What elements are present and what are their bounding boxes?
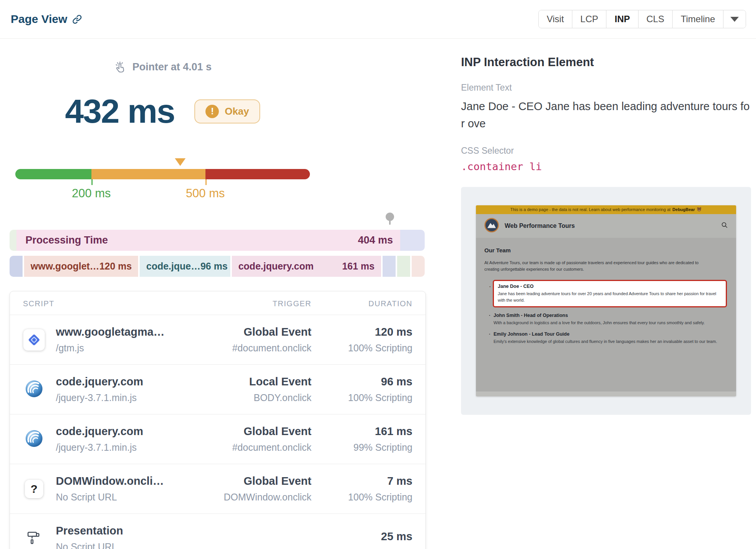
gauge-bar (15, 169, 310, 179)
trigger-target: DOMWindow.onclick (185, 492, 311, 503)
site-footer (476, 391, 736, 396)
column-header-trigger: TRIGGER (185, 299, 311, 308)
script-name: DOMWindow.oncli… (56, 475, 164, 487)
rating-badge: ! Okay (194, 99, 260, 123)
team-member-name: Emily Johnson - Lead Tour Guide (494, 331, 728, 337)
script-path: No Script URL (56, 541, 123, 549)
processing-bar-tail-segment (400, 230, 425, 251)
breakdown-segment-jquery-local[interactable]: code.jque… 96 ms (140, 256, 230, 277)
team-item: John Smith - Head of Operations With a b… (489, 313, 728, 326)
search-icon (721, 222, 728, 230)
bear-icon (697, 207, 702, 213)
trigger-type: Global Event (185, 425, 311, 438)
inp-metric-block: Pointer at 4.01 s 432 ms ! Okay (15, 61, 310, 203)
table-row[interactable]: code.jquery.com /jquery-3.7.1.min.js Loc… (10, 364, 425, 414)
duration-value: 96 ms (311, 375, 412, 388)
team-member-bio: Emily's extensive knowledge of global cu… (494, 338, 728, 345)
interaction-type-row: Pointer at 4.01 s (114, 61, 212, 73)
team-item: Emily Johnson - Lead Tour Guide Emily's … (489, 331, 728, 345)
table-row[interactable]: ? DOMWindow.oncli… No Script URL Global … (10, 464, 425, 513)
script-breakdown-bar: www.googlet… 120 ms code.jque… 96 ms cod… (10, 256, 425, 277)
gauge-good-segment (15, 169, 91, 179)
column-header-script: SCRIPT (23, 299, 185, 308)
duration-value: 7 ms (311, 475, 412, 487)
google-tag-manager-icon (23, 329, 45, 351)
gauge-label-poor: 500 ms (186, 187, 225, 200)
trigger-type: Local Event (185, 375, 311, 388)
gauge-poor-segment (205, 169, 310, 179)
rating-label: Okay (225, 106, 249, 117)
jquery-icon (25, 380, 43, 399)
inp-value-row: 432 ms ! Okay (15, 92, 310, 131)
css-selector-label: CSS Selector (461, 146, 751, 156)
site-title: Web Performance Tours (505, 223, 715, 229)
gauge-label-good: 200 ms (72, 187, 111, 200)
processing-bar-lead-segment (10, 230, 16, 251)
timeline-pin-icon (386, 213, 394, 225)
script-name: code.jquery.com (56, 425, 143, 438)
trigger-type: Global Event (185, 326, 311, 338)
column-header-duration: DURATION (311, 299, 412, 308)
tab-visit[interactable]: Visit (539, 10, 572, 28)
demo-banner: This is a demo page - the data is not re… (476, 205, 736, 214)
script-path: No Script URL (56, 492, 164, 503)
script-path: /jquery-3.7.1.min.js (56, 392, 143, 403)
duration-breakdown: 99% Scripting (311, 442, 412, 453)
duration-value: 25 ms (311, 530, 412, 543)
team-member-bio: With a background in logistics and a lov… (494, 320, 728, 326)
table-row[interactable]: Presentation No Script URL 25 ms (10, 513, 425, 549)
interaction-type-label: Pointer at 4.01 s (132, 61, 212, 73)
breakdown-segment-minor-1 (383, 256, 396, 277)
page-screenshot: This is a demo page - the data is not re… (476, 205, 736, 396)
unknown-script-icon: ? (25, 480, 43, 498)
team-list: Jane Doe - CEO Jane has been leading adv… (489, 280, 728, 344)
paint-roller-icon (26, 530, 42, 547)
team-member-name: John Smith - Head of Operations (494, 313, 728, 318)
chevron-down-icon (730, 17, 739, 22)
site-logo (484, 218, 499, 234)
gauge-ticks (15, 179, 310, 185)
table-row[interactable]: code.jquery.com /jquery-3.7.1.min.js Glo… (10, 414, 425, 464)
tab-cls[interactable]: CLS (639, 10, 673, 28)
segment-value: 161 ms (342, 261, 375, 272)
tab-lcp[interactable]: LCP (572, 10, 607, 28)
timeline-pin-row (10, 213, 425, 230)
trigger-type: Global Event (185, 475, 311, 487)
inp-element-panel: INP Interaction Element Element Text Jan… (426, 39, 756, 549)
script-path: /gtm.js (56, 343, 165, 354)
duration-breakdown: 100% Scripting (311, 343, 412, 354)
breakdown-segment-jquery-global[interactable]: code.jquery.com 161 ms (232, 256, 381, 277)
team-intro: At Adventure Tours, our team is made up … (484, 260, 714, 273)
trigger-target: BODY.onclick (185, 392, 311, 403)
breakdown-segment-minor-2 (397, 256, 410, 277)
table-row[interactable]: www.googletagma… /gtm.js Global Event #d… (10, 315, 425, 364)
interaction-timeline: Processing Time 404 ms www.googlet… 120 … (10, 213, 425, 549)
tab-inp[interactable]: INP (606, 10, 638, 28)
view-dropdown-button[interactable] (723, 10, 746, 28)
element-text-label: Element Text (461, 83, 751, 93)
team-member-bio: Jane has been leading adventure tours fo… (498, 291, 722, 303)
trigger-target: #document.onclick (185, 343, 311, 354)
duration-value: 120 ms (311, 326, 412, 338)
page-title-text: Page View (11, 13, 67, 26)
breakdown-segment-gtm[interactable]: www.googlet… 120 ms (24, 256, 138, 277)
gauge-tick-200ms (91, 179, 93, 185)
gauge-labels: 200 ms 500 ms (15, 187, 310, 203)
script-table-header: SCRIPT TRIGGER DURATION (10, 291, 425, 315)
segment-label: code.jque… (146, 261, 200, 272)
script-name: www.googletagma… (56, 326, 165, 338)
link-icon[interactable] (72, 14, 82, 24)
processing-bar-main-segment[interactable]: Processing Time 404 ms (16, 230, 400, 251)
script-name: code.jquery.com (56, 375, 143, 388)
script-table: SCRIPT TRIGGER DURATION (10, 291, 426, 549)
duration-breakdown: 100% Scripting (311, 492, 412, 503)
tab-timeline[interactable]: Timeline (673, 10, 723, 28)
gauge-marker-icon (175, 158, 186, 166)
inp-threshold-gauge: 200 ms 500 ms (15, 169, 310, 203)
top-bar: Page View Visit LCP INP CLS Timeline (0, 0, 756, 39)
view-switcher: Visit LCP INP CLS Timeline (538, 10, 746, 28)
site-header: Web Performance Tours (476, 214, 736, 238)
team-section-title: Our Team (484, 247, 728, 253)
script-name: Presentation (56, 525, 123, 537)
tap-pointer-icon (114, 61, 126, 73)
